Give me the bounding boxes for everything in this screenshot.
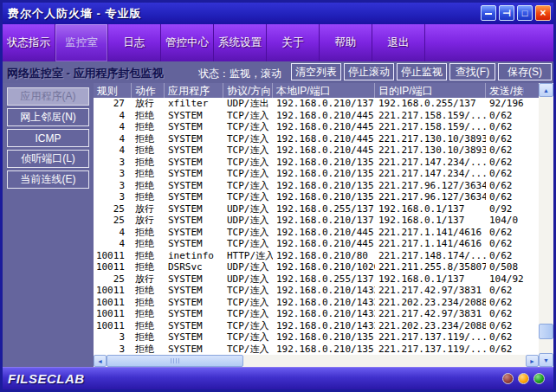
vertical-scrollbar[interactable]: ▲ ▼ — [539, 83, 553, 367]
column-header-app[interactable]: 应用程序 — [165, 83, 223, 98]
cell-app: SYSTEM — [165, 297, 223, 309]
cell-local-ip-port: 192.168.0.210/135 — [273, 157, 375, 169]
table-row[interactable]: 4拒绝SYSTEMTCP/连入192.168.0.210/445221.217.… — [94, 121, 539, 133]
cell-protocol: TCP/连入 — [223, 121, 273, 133]
toolbar-status-indicator[interactable]: 状态指示 — [3, 24, 55, 61]
cell-app: xfilter — [165, 98, 223, 110]
minimize-icon — [485, 13, 492, 15]
cell-app: SYSTEM — [165, 121, 223, 133]
column-header-sent-received[interactable]: 发送/接收 — [486, 83, 524, 98]
horizontal-scroll-thumb[interactable] — [107, 355, 243, 367]
toolbar-help[interactable]: 帮助 — [320, 24, 372, 61]
scroll-up-icon[interactable]: ▲ — [539, 83, 553, 97]
toolbar-control-center[interactable]: 管控中心 — [161, 24, 214, 61]
table-row[interactable]: 4拒绝SYSTEMTCP/连入192.168.0.210/445221.217.… — [94, 145, 539, 157]
hide-button[interactable]: ⊣ — [499, 5, 514, 21]
clear-list-button[interactable]: 清空列表 — [291, 63, 341, 80]
save-button[interactable]: 保存(S) — [498, 63, 552, 80]
column-header-rule[interactable]: 规则 — [94, 83, 132, 98]
cell-protocol: TCP/连入 — [223, 110, 273, 122]
cell-sent-received: 0/62 — [486, 145, 524, 157]
cell-action: 拒绝 — [132, 308, 165, 320]
cell-dest-ip-port: 221.217.96.127/3634 — [375, 180, 486, 192]
cell-rule: 3 — [94, 180, 132, 192]
table-row[interactable]: 4拒绝SYSTEMTCP/连入192.168.0.210/445221.217.… — [94, 227, 539, 239]
cell-local-ip-port: 192.168.0.210/80 — [273, 250, 375, 262]
table-row[interactable]: 25放行SYSTEMUDP/连入192.168.0.210/137192.168… — [94, 215, 539, 227]
column-header-dest-ip-port[interactable]: 目的IP/端口 — [375, 83, 486, 98]
cell-app: SYSTEM — [165, 157, 223, 169]
cell-local-ip-port: 192.168.0.210/445 — [273, 121, 375, 133]
table-row[interactable]: 4拒绝SYSTEMTCP/连入192.168.0.210/445221.217.… — [94, 110, 539, 122]
close-button[interactable]: × — [535, 5, 551, 21]
table-row[interactable]: 3拒绝SYSTEMTCP/连入192.168.0.210/135221.217.… — [94, 168, 539, 180]
table-row[interactable]: 10011拒绝SYSTEMTCP/连入192.168.0.210/1433221… — [94, 308, 539, 320]
cell-dest-ip-port: 221.217.130.10/3893 — [375, 145, 486, 157]
cell-app: SYSTEM — [165, 273, 223, 286]
toolbar-system-settings[interactable]: 系统设置 — [214, 24, 267, 61]
cell-local-ip-port: 192.168.0.210/445 — [273, 227, 375, 239]
vertical-scroll-thumb[interactable] — [539, 324, 553, 339]
cell-app: SYSTEM — [165, 331, 223, 344]
toolbar-monitor-room[interactable]: 监控室 — [55, 24, 108, 61]
horizontal-scrollbar[interactable]: ◄ ► — [94, 355, 539, 367]
cell-sent-received: 0/62 — [486, 238, 524, 250]
cell-protocol: UDP/连入 — [223, 203, 273, 215]
section-bar: 网络监控室 - 应用程序封包监视 状态：监视，滚动 清空列表 停止滚动 停止监视… — [3, 61, 553, 83]
table-row[interactable]: 3拒绝SYSTEMTCP/连入192.168.0.210/135221.217.… — [94, 157, 539, 169]
cell-app: SYSTEM — [165, 344, 223, 356]
table-row[interactable]: 10011拒绝SYSTEMTCP/连入192.168.0.210/1433221… — [94, 320, 539, 332]
table-row[interactable]: 10011拒绝SYSTEMTCP/连入192.168.0.210/1433221… — [94, 285, 539, 297]
table-row[interactable]: 10011拒绝SYSTEMTCP/连入192.168.0.210/1433221… — [94, 297, 539, 309]
cell-sent-received: 0/62 — [486, 168, 524, 180]
column-header-action[interactable]: 动作 — [132, 83, 165, 98]
column-header-local-ip-port[interactable]: 本地IP/端口 — [273, 83, 375, 98]
minimize-button[interactable] — [481, 5, 496, 21]
sidebar-item-applications[interactable]: 应用程序(A) — [7, 87, 89, 106]
table-row[interactable]: 3拒绝SYSTEMTCP/连入192.168.0.210/135221.217.… — [94, 331, 539, 344]
cell-app: SYSTEM — [165, 215, 223, 227]
table-row[interactable]: 4拒绝SYSTEMTCP/连入192.168.0.210/445221.217.… — [94, 238, 539, 250]
cell-app: SYSTEM — [165, 191, 223, 203]
cell-sent-received: 92/196 — [486, 98, 524, 110]
scroll-right-icon[interactable]: ► — [526, 355, 539, 367]
sidebar-item-icmp[interactable]: ICMP — [7, 129, 89, 147]
cell-action: 放行 — [132, 203, 165, 215]
cell-rule: 10011 — [94, 285, 132, 297]
toolbar-about[interactable]: 关于 — [267, 24, 320, 61]
table-row[interactable]: 25放行SYSTEMUDP/连入192.168.0.255/137192.168… — [94, 273, 539, 286]
sidebar-item-current-connections[interactable]: 当前连线(E) — [7, 170, 89, 189]
cell-rule: 3 — [94, 191, 132, 203]
cell-action: 拒绝 — [132, 344, 165, 356]
cell-local-ip-port: 192.168.0.210/135 — [273, 180, 375, 192]
cell-dest-ip-port: 221.217.148.174/... — [375, 250, 486, 262]
scroll-left-icon[interactable]: ◄ — [94, 355, 107, 367]
column-header-protocol[interactable]: 协议/方向 — [223, 83, 273, 98]
filseclab-logo: FILSECLAB — [8, 371, 85, 386]
table-row[interactable]: 4拒绝SYSTEMTCP/连入192.168.0.210/445221.217.… — [94, 133, 539, 145]
cell-app: SYSTEM — [165, 133, 223, 145]
cell-local-ip-port: 192.168.0.210/135 — [273, 344, 375, 356]
stop-monitor-button[interactable]: 停止监视 — [397, 63, 447, 80]
stop-scroll-button[interactable]: 停止滚动 — [344, 63, 394, 80]
table-row[interactable]: 27放行xfilterUDP/连出192.168.0.210/137192.16… — [94, 98, 539, 110]
cell-action: 拒绝 — [132, 227, 165, 239]
cell-sent-received: 0/62 — [486, 285, 524, 297]
toolbar-exit[interactable]: 退出 — [372, 24, 425, 61]
cell-protocol: TCP/连入 — [223, 227, 273, 239]
table-row[interactable]: 3拒绝SYSTEMTCP/连入192.168.0.210/135221.217.… — [94, 191, 539, 203]
cell-protocol: TCP/连入 — [223, 344, 273, 356]
toolbar-logs[interactable]: 日志 — [108, 24, 161, 61]
table-row[interactable]: 25放行SYSTEMUDP/连入192.168.0.255/137192.168… — [94, 203, 539, 215]
sidebar-item-listening-ports[interactable]: 侦听端口(L) — [7, 150, 89, 168]
scroll-down-icon[interactable]: ▼ — [539, 353, 553, 367]
main-toolbar: 状态指示 监控室 日志 管控中心 系统设置 关于 帮助 退出 — [3, 24, 553, 61]
find-button[interactable]: 查找(F) — [449, 63, 495, 80]
table-row[interactable]: 3拒绝SYSTEMTCP/连入192.168.0.210/135221.217.… — [94, 344, 539, 356]
maximize-button[interactable]: □ — [517, 5, 533, 21]
sidebar-item-network-neighborhood[interactable]: 网上邻居(N) — [7, 108, 89, 126]
table-row[interactable]: 3拒绝SYSTEMTCP/连入192.168.0.210/135221.217.… — [94, 180, 539, 192]
table-row[interactable]: 10011拒绝inetinfoHTTP/连入192.168.0.210/8022… — [94, 250, 539, 262]
cell-sent-received: 0/62 — [486, 308, 524, 320]
table-row[interactable]: 10011拒绝DSRSvcUDP/连入192.168.0.210/1026221… — [94, 261, 539, 273]
